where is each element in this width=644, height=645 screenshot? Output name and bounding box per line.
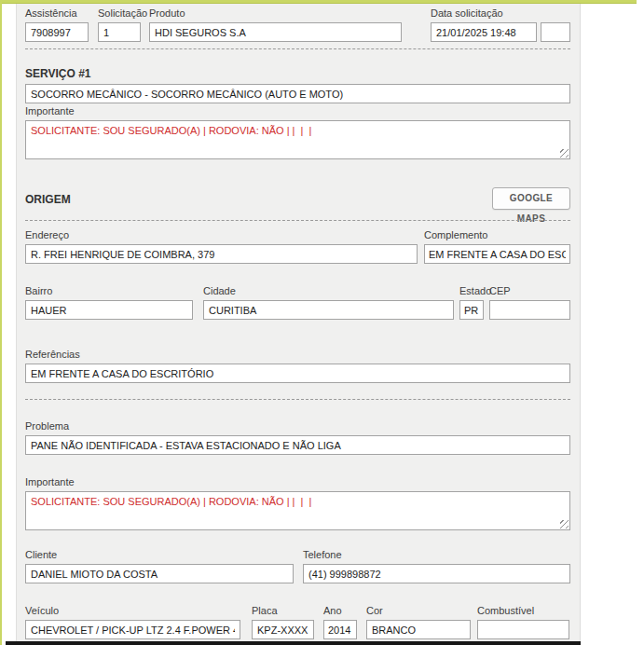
bairro-label: Bairro [25,285,193,297]
endereco-input[interactable] [25,244,418,264]
placa-input[interactable] [252,620,314,639]
combustivel-label: Combustível [477,605,569,617]
origem-importante-textarea[interactable]: SOLICITANTE: SOU SEGURADO(A) | RODOVIA: … [25,491,570,530]
servico-input[interactable] [25,84,570,103]
complemento-field-group: Complemento [424,229,570,264]
cidade-field-group: Cidade [203,285,454,320]
placa-field-group: Placa [252,605,314,639]
referencias-label: Referências [25,349,570,361]
origem-importante-label: Importante [25,476,570,488]
cidade-label: Cidade [203,285,454,297]
data-solicitacao-input[interactable] [431,22,537,42]
complemento-input[interactable] [424,244,570,264]
separator-problema [25,399,570,400]
separator-top [25,48,570,49]
veiculo-field-group: Veículo [25,605,240,639]
cliente-field-group: Cliente [25,549,294,583]
solicitacao-input[interactable] [98,22,141,42]
endereco-label: Endereço [25,229,418,241]
servico-importante-group: Importante SOLICITANTE: SOU SEGURADO(A) … [25,105,570,159]
cor-label: Cor [366,605,471,617]
ano-field-group: Ano [323,605,357,639]
data-solicitacao-field-group: Data solicitação [431,7,537,42]
cliente-input[interactable] [25,564,294,583]
cep-input[interactable] [489,300,570,320]
referencias-field-group: Referências [25,349,570,383]
servico-field-group [25,84,570,103]
left-accent-bar [0,0,2,645]
cep-label: CEP [489,285,570,297]
complemento-label: Complemento [424,229,570,241]
origem-importante-group: Importante SOLICITANTE: SOU SEGURADO(A) … [25,476,570,530]
solicitacao-field-group: Solicitação [98,7,141,42]
assistencia-label: Assistência [25,7,89,20]
produto-input[interactable] [149,22,402,42]
combustivel-field-group: Combustível [477,605,569,639]
hora-solicitacao-label [541,7,570,20]
assistencia-input[interactable] [25,22,89,42]
veiculo-label: Veículo [25,605,240,617]
problema-label: Problema [25,420,570,432]
servico-importante-label: Importante [25,105,570,117]
problema-field-group: Problema [25,420,570,455]
cidade-input[interactable] [203,300,454,320]
hora-solicitacao-input[interactable] [541,22,570,42]
telefone-field-group: Telefone [303,549,570,583]
separator-origem [25,220,570,221]
data-solicitacao-label: Data solicitação [431,7,537,20]
telefone-input[interactable] [303,564,570,583]
cliente-label: Cliente [25,549,294,561]
endereco-field-group: Endereço [25,229,418,264]
servico-section-title: SERVIÇO #1 [25,67,90,80]
cep-field-group: CEP [489,285,570,320]
estado-field-group: Estado [459,285,484,320]
hora-solicitacao-field-group [541,7,570,42]
problema-input[interactable] [25,435,570,455]
bairro-field-group: Bairro [25,285,193,320]
veiculo-input[interactable] [25,620,240,639]
bairro-input[interactable] [25,300,193,320]
servico-importante-textarea[interactable]: SOLICITANTE: SOU SEGURADO(A) | RODOVIA: … [25,120,570,159]
origem-section-title: ORIGEM [25,193,71,206]
ano-input[interactable] [323,620,357,639]
google-maps-button[interactable]: GOOGLE MAPS [492,187,570,210]
solicitacao-label: Solicitação [98,7,141,20]
bottom-edge-bar [6,641,581,645]
produto-label: Produto [149,7,402,20]
ano-label: Ano [323,605,357,617]
estado-label: Estado [459,285,484,297]
telefone-label: Telefone [303,549,570,561]
assistencia-field-group: Assistência [25,7,89,42]
referencias-input[interactable] [25,364,570,383]
produto-field-group: Produto [149,7,402,42]
cor-field-group: Cor [366,605,471,639]
combustivel-input[interactable] [477,620,569,639]
estado-input[interactable] [459,300,484,320]
placa-label: Placa [252,605,314,617]
cor-input[interactable] [366,620,471,639]
service-order-form: Assistência Solicitação Produto Data sol… [0,0,644,645]
